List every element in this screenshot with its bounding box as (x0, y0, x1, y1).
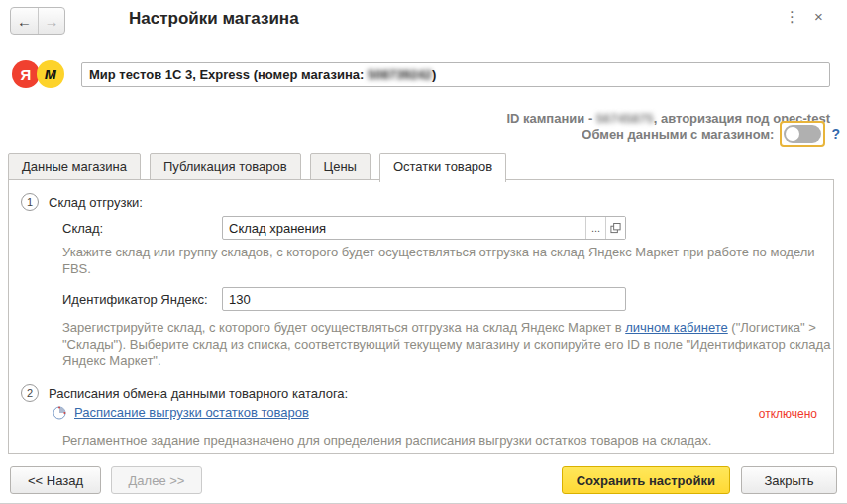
section-shipping-title: Склад отгрузки: (49, 195, 143, 210)
personal-cabinet-link[interactable]: личном кабинете (625, 320, 728, 335)
stock-tab-panel: 1 Склад отгрузки: Склад: ... Укажите скл… (8, 179, 834, 454)
settings-tabs: Данные магазина Публикация товаров Цены … (8, 153, 515, 182)
section-exchange-schedules: 2 Расписания обмена данными товарного ка… (21, 384, 348, 402)
yandex-id-row: Идентификатор Яндекс: (62, 287, 626, 311)
yandex-id-field-group (222, 287, 626, 311)
more-menu-button[interactable]: ⋮ (785, 8, 800, 26)
store-name-text: Мир тестов 1С 3, Express (номер магазина… (89, 67, 368, 82)
warehouse-select-button[interactable]: ... (585, 217, 605, 239)
stock-upload-schedule-link[interactable]: Расписание выгрузки остатков товаров (74, 405, 309, 420)
open-form-icon (610, 223, 621, 234)
back-step-button[interactable]: << Назад (10, 466, 101, 494)
yandex-id-hint: Зарегистрируйте склад, с которого будет … (62, 319, 833, 369)
yandex-logo-icon: Я (12, 60, 40, 88)
step-2-badge: 2 (21, 384, 39, 402)
warehouse-row: Склад: ... (62, 216, 626, 240)
kebab-menu-icon: ⋮ (785, 8, 800, 25)
close-button-footer[interactable]: Закрыть (741, 466, 837, 494)
yandex-id-input[interactable] (223, 288, 625, 310)
help-link[interactable]: ? (831, 126, 840, 142)
tab-store-data[interactable]: Данные магазина (8, 153, 141, 181)
back-button[interactable]: ← (11, 8, 38, 34)
close-icon: × (814, 8, 823, 25)
tab-prices[interactable]: Цены (310, 153, 371, 181)
tab-product-stock[interactable]: Остатки товаров (379, 153, 506, 182)
page-title: Настройки магазина (129, 9, 299, 29)
forward-button[interactable]: → (38, 8, 64, 34)
exchange-toggle-label: Обмен данными с магазином: (582, 127, 774, 142)
yandex-id-hint-text-1: Зарегистрируйте склад, с которого будет … (62, 320, 625, 335)
history-nav-group: ← → (10, 7, 65, 35)
save-settings-button[interactable]: Сохранить настройки (562, 466, 730, 494)
back-arrow-icon: ← (17, 13, 32, 30)
store-settings-window: ← → Настройки магазина ⋮ × Я м Мир тесто… (0, 0, 847, 504)
store-name-suffix: ) (432, 67, 436, 82)
warehouse-hint: Укажите склад или группу складов, с кото… (62, 244, 833, 277)
schedule-clock-icon (53, 406, 66, 420)
schedule-status-badge: отключено (759, 407, 817, 421)
next-step-button[interactable]: Далее >> (111, 466, 202, 494)
exchange-toggle-row: Обмен данными с магазином: ? (582, 121, 840, 147)
yandex-market-logo: Я м (12, 60, 69, 88)
section-shipping-warehouse: 1 Склад отгрузки: (21, 193, 143, 211)
warehouse-input[interactable] (223, 217, 585, 239)
market-logo-icon: м (37, 60, 64, 88)
stock-upload-schedule-row: Расписание выгрузки остатков товаров (53, 405, 309, 420)
close-window-button[interactable]: × (814, 8, 823, 25)
warehouse-open-button[interactable] (605, 217, 625, 239)
tab-product-publication[interactable]: Публикация товаров (150, 153, 301, 181)
store-name-field[interactable]: Мир тестов 1С 3, Express (номер магазина… (81, 62, 830, 87)
store-number-hidden: 508739242 (368, 67, 432, 82)
step-1-badge: 1 (21, 193, 39, 211)
exchange-toggle[interactable] (784, 125, 821, 143)
warehouse-label: Склад: (62, 221, 222, 236)
forward-arrow-icon: → (45, 13, 59, 30)
schedule-hint: Регламентное задание предназначено для о… (62, 432, 833, 449)
warehouse-field-group: ... (222, 216, 626, 240)
toggle-knob-icon (786, 127, 799, 141)
section-schedules-title: Расписания обмена данными товарного ката… (49, 386, 348, 401)
toggle-focus-frame (780, 121, 825, 147)
yandex-id-label: Идентификатор Яндекс: (62, 292, 222, 307)
